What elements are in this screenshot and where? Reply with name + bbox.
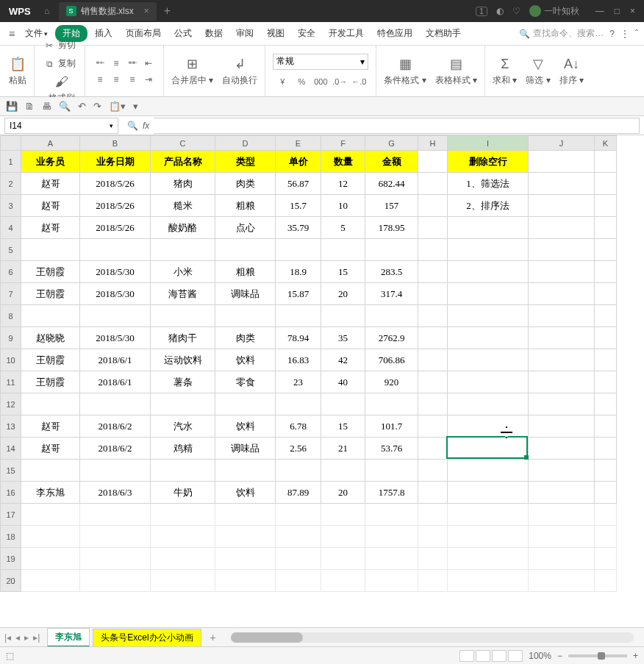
table-cell[interactable]: 16.83 <box>276 349 321 371</box>
decimal-decrease-icon[interactable]: ←.0 <box>351 74 367 89</box>
row-header-9[interactable]: 9 <box>1 327 21 349</box>
note-item[interactable]: 2、排序法 <box>448 195 529 217</box>
table-cell[interactable]: 20 <box>321 283 365 305</box>
table-cell[interactable]: 706.86 <box>365 349 418 371</box>
close-tab-icon[interactable]: × <box>144 6 149 16</box>
next-sheet-icon[interactable]: ▸ <box>24 632 29 643</box>
table-cell[interactable] <box>151 239 215 261</box>
notes-title[interactable]: 删除空行 <box>448 151 529 173</box>
row-header-3[interactable]: 3 <box>1 195 21 217</box>
table-cell[interactable] <box>151 393 215 415</box>
table-cell[interactable] <box>21 239 80 261</box>
sum-button[interactable]: Σ 求和 ▾ <box>493 55 517 87</box>
redo-icon[interactable]: ↷ <box>93 101 101 112</box>
table-cell[interactable]: 35 <box>321 327 365 349</box>
menu-layout[interactable]: 页面布局 <box>120 24 167 43</box>
table-cell[interactable]: 薯条 <box>151 371 215 393</box>
theme-icon[interactable]: ◐ <box>496 6 504 16</box>
table-cell[interactable]: 调味品 <box>215 438 276 460</box>
table-cell[interactable] <box>365 460 418 482</box>
select-all-corner[interactable] <box>1 136 21 151</box>
col-header-J[interactable]: J <box>529 136 595 151</box>
table-cell[interactable] <box>365 393 418 415</box>
first-sheet-icon[interactable]: |◂ <box>4 632 11 643</box>
table-cell[interactable]: 赵晓晓 <box>21 327 80 349</box>
col-header-A[interactable]: A <box>21 136 80 151</box>
table-cell[interactable] <box>21 460 80 482</box>
menu-data[interactable]: 数据 <box>199 24 229 43</box>
table-cell[interactable] <box>321 460 365 482</box>
table-cell[interactable] <box>151 305 215 327</box>
table-cell[interactable]: 682.44 <box>365 173 418 195</box>
table-cell[interactable]: 2018/5/26 <box>80 195 151 217</box>
table-cell[interactable]: 猪肉干 <box>151 327 215 349</box>
currency-icon[interactable]: ¥ <box>274 74 290 89</box>
table-cell[interactable] <box>321 305 365 327</box>
table-cell[interactable]: 猪肉 <box>151 173 215 195</box>
sort-button[interactable]: A↓ 排序 ▾ <box>559 55 584 87</box>
row-header-8[interactable]: 8 <box>1 305 21 327</box>
more-icon[interactable]: ⋮ <box>620 29 629 39</box>
align-center-icon[interactable]: ≡ <box>109 72 124 87</box>
wrap-text-button[interactable]: ↲ 自动换行 <box>222 55 257 87</box>
table-cell[interactable]: 10 <box>321 195 365 217</box>
table-cell[interactable] <box>276 393 321 415</box>
table-cell[interactable] <box>80 393 151 415</box>
table-cell[interactable]: 2.56 <box>276 438 321 460</box>
table-cell[interactable]: 饮料 <box>215 349 276 371</box>
row-header-7[interactable]: 7 <box>1 283 21 305</box>
table-header[interactable]: 类型 <box>215 151 276 173</box>
table-cell[interactable]: 调味品 <box>215 283 276 305</box>
table-cell[interactable]: 157 <box>365 195 418 217</box>
percent-icon[interactable]: % <box>293 74 310 89</box>
table-header[interactable]: 业务员 <box>21 151 80 173</box>
table-cell[interactable]: 2762.9 <box>365 327 418 349</box>
add-tab-button[interactable]: + <box>164 4 171 18</box>
table-cell[interactable]: 2018/6/3 <box>80 482 151 504</box>
table-cell[interactable]: 53.76 <box>365 438 418 460</box>
table-cell[interactable]: 肉类 <box>215 173 276 195</box>
table-cell[interactable]: 海苔酱 <box>151 283 215 305</box>
table-header[interactable]: 金额 <box>365 151 418 173</box>
row-header-16[interactable]: 16 <box>1 482 21 504</box>
table-cell[interactable]: 饮料 <box>215 415 276 438</box>
prev-sheet-icon[interactable]: ◂ <box>15 632 20 643</box>
table-cell[interactable]: 2018/5/30 <box>80 327 151 349</box>
indent-decrease-icon[interactable]: ⇤ <box>141 56 156 71</box>
table-cell[interactable]: 粗粮 <box>215 261 276 283</box>
table-cell[interactable] <box>215 460 276 482</box>
table-cell[interactable]: 15 <box>321 261 365 283</box>
table-cell[interactable]: 56.87 <box>276 173 321 195</box>
row-header-18[interactable]: 18 <box>1 526 21 548</box>
table-cell[interactable]: 78.94 <box>276 327 321 349</box>
sheet-tab-other[interactable]: 头条号Excel办公小动画 <box>93 629 201 646</box>
table-cell[interactable]: 18.9 <box>276 261 321 283</box>
table-header[interactable]: 数量 <box>321 151 365 173</box>
align-right-icon[interactable]: ≡ <box>125 72 140 87</box>
align-bottom-icon[interactable]: ⬵ <box>125 56 140 71</box>
table-cell[interactable]: 鸡精 <box>151 438 215 460</box>
table-cell[interactable] <box>21 393 80 415</box>
menu-dev[interactable]: 开发工具 <box>323 24 370 43</box>
sheet-tab-active[interactable]: 李东旭 <box>47 628 90 647</box>
table-cell[interactable] <box>365 239 418 261</box>
function-wizard-icon[interactable]: 🔍 <box>127 121 138 131</box>
row-header-2[interactable]: 2 <box>1 173 21 195</box>
table-cell[interactable] <box>276 239 321 261</box>
table-cell[interactable]: 1757.8 <box>365 482 418 504</box>
table-cell[interactable]: 42 <box>321 349 365 371</box>
table-cell[interactable] <box>80 239 151 261</box>
row-header-19[interactable]: 19 <box>1 548 21 570</box>
menu-dochelper[interactable]: 文档助手 <box>420 24 467 43</box>
table-cell[interactable]: 317.4 <box>365 283 418 305</box>
print-preview-icon[interactable]: 🔍 <box>59 101 71 112</box>
col-header-E[interactable]: E <box>276 136 321 151</box>
table-cell[interactable] <box>80 305 151 327</box>
row-header-6[interactable]: 6 <box>1 261 21 283</box>
table-cell[interactable]: 赵哥 <box>21 415 80 438</box>
table-cell[interactable] <box>276 460 321 482</box>
menu-review[interactable]: 审阅 <box>230 24 260 43</box>
table-cell[interactable]: 2018/5/26 <box>80 217 151 239</box>
table-cell[interactable] <box>365 305 418 327</box>
table-cell[interactable]: 王朝霞 <box>21 349 80 371</box>
